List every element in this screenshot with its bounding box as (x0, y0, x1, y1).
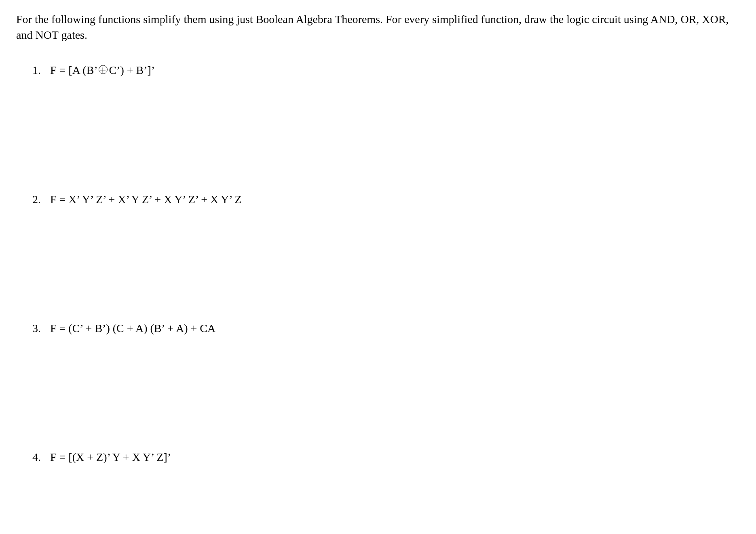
xor-plus: + (100, 64, 106, 76)
problem-number: 2. (32, 191, 50, 207)
eq-left: F = [A (B’ (50, 64, 100, 76)
problem-number: 4. (32, 449, 50, 465)
problem-list: 1. F = [A (B’ + C’) + B’]’ 2. F = X’ Y’ … (16, 62, 740, 465)
problem-equation: F = X’ Y’ Z’ + X’ Y Z’ + X Y’ Z’ + X Y’ … (50, 191, 242, 207)
problem-1: 1. F = [A (B’ + C’) + B’]’ (32, 62, 740, 78)
problem-equation: F = (C’ + B’) (C + A) (B’ + A) + CA (50, 320, 215, 336)
eq-right: C’) + B’]’ (106, 64, 155, 76)
problem-equation: F = [A (B’ + C’) + B’]’ (50, 62, 155, 78)
instructions: For the following functions simplify the… (16, 11, 740, 43)
problem-2: 2. F = X’ Y’ Z’ + X’ Y Z’ + X Y’ Z’ + X … (32, 191, 740, 207)
problem-4: 4. F = [(X + Z)’ Y + X Y’ Z]’ (32, 449, 740, 465)
xor-icon: + (100, 62, 106, 78)
problem-number: 1. (32, 62, 50, 78)
problem-number: 3. (32, 320, 50, 336)
problem-3: 3. F = (C’ + B’) (C + A) (B’ + A) + CA (32, 320, 740, 336)
problem-equation: F = [(X + Z)’ Y + X Y’ Z]’ (50, 449, 171, 465)
